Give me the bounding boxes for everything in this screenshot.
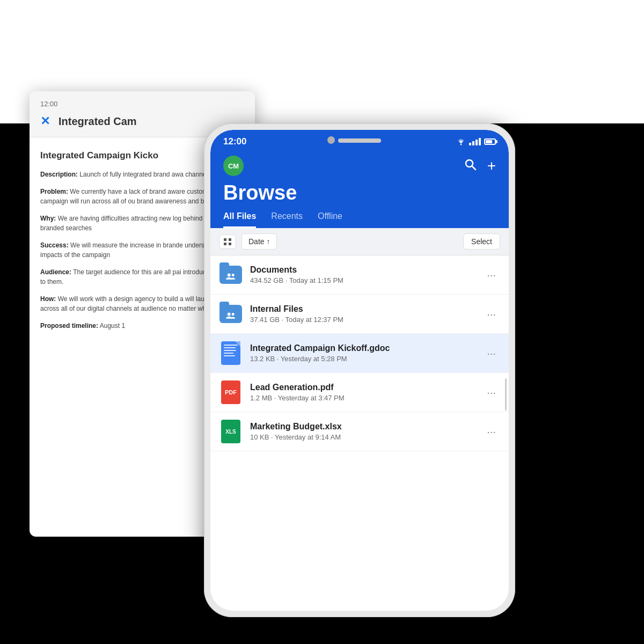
file-info-documents: Documents 434.52 GB · Today at 1:15 PM — [250, 265, 482, 284]
more-button-marketing-budget[interactable]: ··· — [482, 423, 500, 440]
file-item-campaign-kickoff[interactable]: Integrated Campaign Kickoff.gdoc 13.2 KB… — [210, 334, 509, 373]
svg-point-5 — [228, 313, 231, 316]
grid-dot — [229, 243, 231, 245]
signal-bars-icon — [469, 138, 481, 145]
sort-button[interactable]: Date ↑ — [241, 233, 277, 250]
file-name-campaign-kickoff: Integrated Campaign Kickoff.gdoc — [250, 343, 482, 353]
phone-screen: 12:00 — [210, 130, 509, 611]
folder-users-icon — [225, 273, 236, 282]
grid-view-button[interactable] — [219, 235, 236, 249]
scroll-bar — [505, 378, 507, 411]
gdoc-icon-campaign-kickoff — [219, 341, 243, 365]
back-doc-title: Integrated Cam — [58, 115, 137, 128]
svg-point-0 — [460, 144, 462, 145]
tab-recents[interactable]: Recents — [271, 211, 303, 228]
back-doc-time: 12:00 — [40, 100, 244, 108]
xlsx-icon-marketing-budget: XLS — [219, 420, 243, 443]
toolbar: Date ↑ Select — [210, 228, 509, 255]
battery-icon — [484, 138, 496, 145]
more-button-documents[interactable]: ··· — [482, 267, 500, 283]
file-name-marketing-budget: Marketing Budget.xlsx — [250, 422, 482, 431]
file-list: Documents 434.52 GB · Today at 1:15 PM ·… — [210, 255, 509, 611]
file-meta-documents: 434.52 GB · Today at 1:15 PM — [250, 276, 482, 284]
app-header: CM + Browse — [210, 151, 509, 211]
file-meta-campaign-kickoff: 13.2 KB · Yesterday at 5:28 PM — [250, 355, 482, 363]
pdf-icon-lead-generation: PDF — [219, 380, 243, 404]
file-meta-marketing-budget: 10 KB · Yesterday at 9:14 AM — [250, 433, 482, 441]
file-meta-lead-generation: 1.2 MB · Yesterday at 3:47 PM — [250, 394, 482, 402]
status-time: 12:00 — [223, 136, 246, 147]
folder-icon-documents — [219, 263, 243, 287]
file-name-internal-files: Internal Files — [250, 304, 482, 314]
phone-outer: 12:00 — [204, 123, 515, 617]
app-header-top: CM + — [223, 156, 496, 176]
tabs-bar: All Files Recents Offline — [210, 211, 509, 228]
folder-icon — [219, 305, 242, 323]
phone-inner: 12:00 — [210, 130, 509, 611]
grid-dot — [224, 238, 226, 241]
select-button[interactable]: Select — [463, 233, 500, 250]
folder-icon-internal-files — [219, 302, 243, 326]
file-info-campaign-kickoff: Integrated Campaign Kickoff.gdoc 13.2 KB… — [250, 343, 482, 363]
folder-users-icon — [225, 312, 236, 321]
phone-frame: 12:00 — [204, 123, 515, 617]
more-button-internal-files[interactable]: ··· — [482, 306, 500, 323]
svg-point-3 — [228, 274, 231, 277]
grid-dot — [224, 243, 226, 245]
tab-all-files[interactable]: All Files — [223, 211, 256, 228]
grid-dot — [229, 238, 231, 241]
toolbar-left: Date ↑ — [219, 233, 277, 250]
wifi-icon — [456, 138, 466, 145]
file-item-marketing-budget[interactable]: XLS Marketing Budget.xlsx 10 KB · Yester… — [210, 412, 509, 451]
search-icon[interactable] — [464, 158, 477, 174]
svg-line-2 — [472, 166, 475, 170]
add-icon[interactable]: + — [487, 157, 496, 174]
more-button-lead-generation[interactable]: ··· — [482, 384, 500, 401]
xlsx-file-icon: XLS — [221, 420, 240, 443]
file-info-marketing-budget: Marketing Budget.xlsx 10 KB · Yesterday … — [250, 422, 482, 441]
file-name-lead-generation: Lead Generation.pdf — [250, 383, 482, 392]
file-name-documents: Documents — [250, 265, 482, 275]
file-info-internal-files: Internal Files 37.41 GB · Today at 12:37… — [250, 304, 482, 324]
browse-title: Browse — [223, 182, 496, 203]
file-item-internal-files[interactable]: Internal Files 37.41 GB · Today at 12:37… — [210, 295, 509, 334]
close-icon[interactable]: ✕ — [40, 114, 50, 128]
more-button-campaign-kickoff[interactable]: ··· — [482, 345, 500, 362]
folder-icon — [219, 266, 242, 284]
file-meta-internal-files: 37.41 GB · Today at 12:37 PM — [250, 316, 482, 324]
file-item-documents[interactable]: Documents 434.52 GB · Today at 1:15 PM ·… — [210, 255, 509, 295]
header-actions: + — [464, 157, 496, 174]
tab-offline[interactable]: Offline — [318, 211, 342, 228]
file-item-lead-generation[interactable]: PDF Lead Generation.pdf 1.2 MB · Yesterd… — [210, 373, 509, 412]
grid-icon — [224, 238, 231, 245]
svg-point-4 — [232, 274, 235, 276]
avatar[interactable]: CM — [223, 156, 244, 176]
status-icons — [456, 138, 496, 145]
svg-point-6 — [232, 313, 235, 316]
pdf-file-icon: PDF — [221, 380, 240, 404]
speaker — [338, 138, 381, 143]
file-info-lead-generation: Lead Generation.pdf 1.2 MB · Yesterday a… — [250, 383, 482, 402]
gdoc-file-icon — [221, 341, 240, 365]
camera-icon — [327, 136, 335, 144]
